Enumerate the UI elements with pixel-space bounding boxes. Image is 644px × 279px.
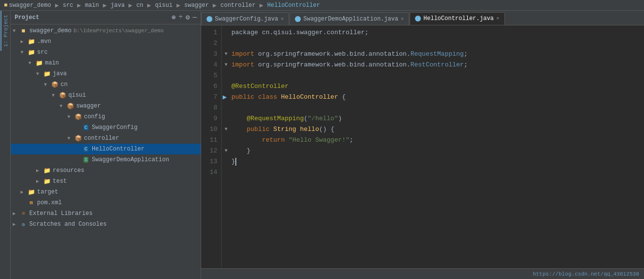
tree-item-test[interactable]: ▶📁test <box>11 176 201 187</box>
token-cls: HelloController <box>281 92 338 103</box>
tree-item-mvn[interactable]: ▶📁.mvn <box>11 36 201 47</box>
tab-close-swagger-config[interactable]: × <box>281 16 284 22</box>
tree-item-controller[interactable]: ▼📦controller <box>11 133 201 144</box>
token-ann: @RequestMapping <box>231 113 304 124</box>
token-fn: hello <box>300 124 319 135</box>
tab-label-hello-controller: HelloController.java <box>423 15 494 22</box>
project-tab-strip[interactable]: 1: Project <box>0 11 10 51</box>
token-pkg: org.springframework.web.bind.annotation. <box>254 49 411 60</box>
fold-icon-4[interactable]: ▼ <box>223 60 229 70</box>
tree-label-resources: resources <box>53 167 84 174</box>
minimize-icon[interactable]: — <box>193 13 197 21</box>
line-num-7: 7 <box>201 92 217 103</box>
tree-item-scratches[interactable]: ▶⊙Scratches and Consoles <box>11 219 201 230</box>
breadcrumb-src[interactable]: src <box>62 2 73 9</box>
line-num-3: 3 <box>201 49 217 60</box>
tree-item-target[interactable]: ▶📁target <box>11 187 201 197</box>
breadcrumb-swagger[interactable]: swagger <box>184 2 208 9</box>
settings-icon[interactable]: ⚙ <box>186 13 189 21</box>
token-brace: } <box>231 146 250 156</box>
fold-icon-12[interactable]: ▼ <box>223 146 229 156</box>
collapse-icon[interactable]: ÷ <box>179 13 183 21</box>
tree-arrow-target[interactable]: ▶ <box>21 189 27 195</box>
tree-arrow-test[interactable]: ▶ <box>36 178 43 184</box>
tree-arrow-mvn[interactable]: ▶ <box>21 39 27 44</box>
sidebar-actions: ⊕ ÷ ⚙ — <box>171 13 197 21</box>
tab-close-swagger-demo-app[interactable]: × <box>401 16 404 22</box>
tree-item-qisui[interactable]: ▼📦qisui <box>11 90 201 101</box>
breadcrumb-main[interactable]: main <box>85 2 99 9</box>
line-num-11: 11 <box>201 135 217 146</box>
tab-icon-swagger-demo-app <box>295 16 301 22</box>
code-editor[interactable]: package cn.qisui.swagger.controller;▼imp… <box>222 25 644 268</box>
left-strip: 1: Project <box>0 11 11 279</box>
text-cursor <box>235 158 236 166</box>
tree-icon-folder-java: 📁 <box>43 70 51 78</box>
code-line-5 <box>231 70 644 81</box>
breadcrumb-item[interactable]: ■ swagger_demo <box>4 2 51 9</box>
tab-label-swagger-demo-app: SwaggerDemoApplication.java <box>303 16 398 22</box>
breadcrumb-controller[interactable]: controller <box>221 2 256 9</box>
tree-arrow-cn[interactable]: ▼ <box>44 82 51 87</box>
fold-icon-3[interactable]: ▼ <box>223 49 229 60</box>
tree-item-swagger[interactable]: ▼📦swagger <box>11 101 201 111</box>
tree-arrow-swagger_demo[interactable]: ▼ <box>13 28 20 34</box>
tree-label-scratches: Scratches and Consoles <box>29 221 106 228</box>
tree-item-swagger_demo[interactable]: ▼■swagger_demo D:\IdeaProjects\swagger_d… <box>11 25 201 36</box>
tree-item-src[interactable]: ▼📁src <box>11 47 201 58</box>
tree-item-main[interactable]: ▼📁main <box>11 58 201 68</box>
tree-label-test: test <box>53 178 67 185</box>
tree-arrow-swagger[interactable]: ▼ <box>60 104 66 109</box>
tree-arrow-controller[interactable]: ▼ <box>67 136 74 141</box>
status-link[interactable]: https://blog.csdn.net/qq_43612538 <box>533 271 639 277</box>
project-icon: ■ <box>4 2 7 9</box>
breadcrumb-java[interactable]: java <box>111 2 125 9</box>
tab-hello-controller[interactable]: HelloController.java × <box>410 12 505 25</box>
tree-icon-file-java: C <box>82 145 90 153</box>
tree-item-external[interactable]: ▶≡External Libraries <box>11 208 201 219</box>
tree-arrow-config[interactable]: ▼ <box>67 114 74 120</box>
tab-icon-hello-controller <box>415 16 421 21</box>
line-num-4: 4 <box>201 60 217 70</box>
tree-arrow-external[interactable]: ▶ <box>13 211 20 216</box>
tree-item-pom[interactable]: mpom.xml <box>11 197 201 208</box>
add-icon[interactable]: ⊕ <box>171 13 175 21</box>
tab-swagger-config[interactable]: SwaggerConfig.java × <box>201 12 289 25</box>
tree-item-config[interactable]: ▼📦config <box>11 111 201 122</box>
tree-arrow-src[interactable]: ▼ <box>21 50 27 55</box>
tree-item-SwaggerDemoApplication[interactable]: SSwaggerDemoApplication <box>11 154 201 165</box>
tree-icon-folder: 📁 <box>43 167 51 174</box>
tree-arrow-main[interactable]: ▼ <box>28 61 35 66</box>
token-import-cls: RestController <box>411 60 464 70</box>
token-pkg: ; <box>464 49 468 60</box>
tab-swagger-demo-app[interactable]: SwaggerDemoApplication.java × <box>290 12 409 25</box>
token-type: ) <box>338 113 342 124</box>
tree-item-cn[interactable]: ▼📦cn <box>11 79 201 90</box>
token-kw: return <box>231 135 285 146</box>
tree-icon-folder: 📁 <box>27 38 35 45</box>
breadcrumb-qisui[interactable]: qisui <box>155 2 172 9</box>
tree-arrow-scratches[interactable]: ▶ <box>13 221 20 227</box>
token-type <box>254 92 258 103</box>
line-num-13: 13 <box>201 156 217 167</box>
fold-icon-10[interactable]: ▼ <box>223 124 229 135</box>
tree-item-resources[interactable]: ▶📁resources <box>11 165 201 176</box>
tree-arrow-resources[interactable]: ▶ <box>36 168 43 173</box>
tree-arrow-java[interactable]: ▼ <box>36 71 43 77</box>
breadcrumb-file[interactable]: HelloController <box>267 2 320 9</box>
tree-item-java[interactable]: ▼📁java <box>11 68 201 79</box>
code-line-9: @RequestMapping("/hello") <box>231 113 644 124</box>
breadcrumb-cn[interactable]: cn <box>136 2 143 9</box>
tree-label-src: src <box>37 49 48 56</box>
tree-arrow-qisui[interactable]: ▼ <box>52 93 59 98</box>
tree-item-HelloController[interactable]: CHelloController <box>11 144 201 154</box>
tab-close-hello-controller[interactable]: × <box>496 16 499 21</box>
sidebar-title: Project <box>15 14 39 21</box>
tree-label-swagger_demo: swagger_demo <box>29 27 71 34</box>
tree-item-SwaggerConfig[interactable]: CSwaggerConfig <box>11 122 201 133</box>
token-kw: import <box>231 60 254 70</box>
tree-label-controller: controller <box>84 135 119 142</box>
sidebar-header: Project ⊕ ÷ ⚙ — <box>11 11 201 24</box>
token-brace: { <box>331 124 334 135</box>
token-pkg: ; <box>464 60 468 70</box>
